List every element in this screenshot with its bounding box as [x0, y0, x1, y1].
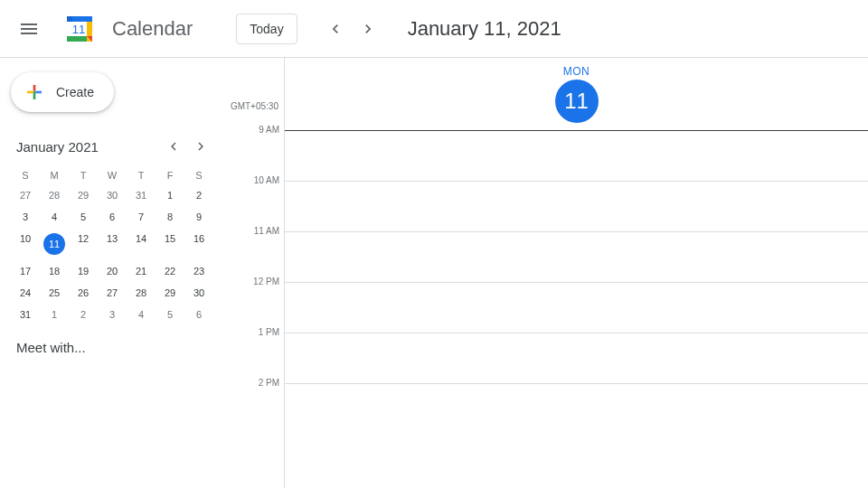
- app-title: Calendar: [112, 17, 193, 41]
- mini-day-cell[interactable]: 22: [156, 260, 184, 282]
- mini-day-cell[interactable]: 27: [98, 282, 127, 304]
- mini-day-cell[interactable]: 15: [156, 228, 184, 260]
- current-date-display: January 11, 2021: [408, 17, 561, 41]
- mini-dow-header: S: [184, 166, 213, 184]
- main-content: Create January 2021 SMTWTFS2728293031123…: [0, 58, 868, 488]
- mini-calendar-nav: [161, 134, 213, 159]
- mini-dow-header: T: [69, 166, 98, 184]
- chevron-right-icon: [359, 20, 377, 38]
- mini-day-cell[interactable]: 5: [69, 206, 98, 228]
- hour-row[interactable]: 9 AM: [285, 130, 868, 181]
- mini-day-cell[interactable]: 2: [69, 304, 98, 325]
- mini-day-cell[interactable]: 29: [69, 184, 98, 206]
- sidebar: Create January 2021 SMTWTFS2728293031123…: [0, 58, 231, 488]
- mini-day-cell[interactable]: 19: [69, 260, 98, 282]
- hour-row[interactable]: 11 AM: [285, 231, 868, 282]
- mini-day-cell[interactable]: 20: [98, 260, 127, 282]
- hour-label: 11 AM: [238, 226, 279, 236]
- day-column-header: MON 11: [285, 58, 868, 130]
- mini-day-cell[interactable]: 4: [40, 206, 69, 228]
- mini-day-cell[interactable]: 18: [40, 260, 69, 282]
- mini-dow-header: M: [40, 166, 69, 184]
- date-nav: [321, 14, 382, 43]
- mini-day-cell[interactable]: 29: [156, 282, 184, 304]
- mini-day-cell[interactable]: 3: [98, 304, 127, 325]
- mini-day-cell[interactable]: 8: [156, 206, 184, 228]
- mini-day-cell[interactable]: 6: [98, 206, 127, 228]
- chevron-left-icon: [165, 138, 182, 155]
- svg-text:11: 11: [72, 23, 85, 36]
- mini-day-cell[interactable]: 2: [184, 184, 213, 206]
- mini-day-cell[interactable]: 31: [11, 304, 40, 325]
- mini-dow-header: F: [156, 166, 184, 184]
- hour-row[interactable]: 1 PM: [285, 333, 868, 383]
- mini-day-cell[interactable]: 24: [11, 282, 40, 304]
- mini-day-cell[interactable]: 16: [184, 228, 213, 260]
- mini-day-cell[interactable]: 23: [184, 260, 213, 282]
- timezone-label: GMT+05:30: [231, 101, 278, 111]
- plus-icon: [24, 81, 45, 103]
- mini-day-cell[interactable]: 27: [11, 184, 40, 206]
- mini-day-cell[interactable]: 12: [69, 228, 98, 260]
- mini-day-cell[interactable]: 5: [156, 304, 184, 325]
- mini-day-cell[interactable]: 14: [127, 228, 156, 260]
- calendar-logo: 11: [61, 11, 98, 47]
- mini-day-cell[interactable]: 30: [98, 184, 127, 206]
- mini-next-month-button[interactable]: [188, 134, 213, 159]
- mini-day-cell[interactable]: 9: [184, 206, 213, 228]
- meet-with-label[interactable]: Meet with...: [11, 340, 213, 355]
- hour-row[interactable]: 2 PM: [285, 383, 868, 434]
- mini-day-cell[interactable]: 26: [69, 282, 98, 304]
- mini-calendar-header: January 2021: [11, 134, 213, 159]
- main-menu-button[interactable]: [7, 7, 51, 51]
- mini-dow-header: S: [11, 166, 40, 184]
- hour-grid[interactable]: 9 AM10 AM11 AM12 PM1 PM2 PM: [285, 130, 868, 434]
- hour-row[interactable]: 12 PM: [285, 282, 868, 333]
- mini-day-cell[interactable]: 1: [40, 304, 69, 325]
- hour-label: 9 AM: [238, 125, 279, 135]
- chevron-right-icon: [193, 138, 209, 155]
- mini-day-cell[interactable]: 31: [127, 184, 156, 206]
- hour-label: 10 AM: [238, 175, 279, 185]
- mini-day-cell[interactable]: 11: [40, 228, 69, 260]
- day-schedule: GMT+05:30 MON 11 9 AM10 AM11 AM12 PM1 PM…: [231, 58, 868, 488]
- create-button-label: Create: [56, 85, 94, 99]
- mini-calendar-grid: SMTWTFS272829303112345678910111213141516…: [11, 166, 213, 325]
- app-header: 11 Calendar Today January 11, 2021: [0, 0, 868, 58]
- mini-day-cell[interactable]: 30: [184, 282, 213, 304]
- mini-day-cell[interactable]: 25: [40, 282, 69, 304]
- mini-day-cell[interactable]: 13: [98, 228, 127, 260]
- mini-day-cell[interactable]: 6: [184, 304, 213, 325]
- hour-row[interactable]: 10 AM: [285, 181, 868, 231]
- mini-day-cell[interactable]: 10: [11, 228, 40, 260]
- mini-day-cell[interactable]: 7: [127, 206, 156, 228]
- day-number-circle[interactable]: 11: [555, 80, 599, 123]
- mini-day-cell[interactable]: 17: [11, 260, 40, 282]
- mini-day-cell[interactable]: 21: [127, 260, 156, 282]
- mini-dow-header: W: [98, 166, 127, 184]
- calendar-logo-icon: 11: [61, 11, 98, 47]
- mini-calendar-title: January 2021: [16, 139, 99, 155]
- mini-day-cell[interactable]: 4: [127, 304, 156, 325]
- hour-label: 2 PM: [238, 378, 279, 388]
- prev-day-button[interactable]: [321, 14, 350, 43]
- today-button[interactable]: Today: [236, 14, 297, 44]
- day-column: MON 11 9 AM10 AM11 AM12 PM1 PM2 PM: [284, 58, 868, 488]
- create-button[interactable]: Create: [11, 72, 114, 112]
- mini-day-cell[interactable]: 28: [40, 184, 69, 206]
- mini-dow-header: T: [127, 166, 156, 184]
- chevron-left-icon: [326, 20, 344, 38]
- mini-day-cell[interactable]: 1: [156, 184, 184, 206]
- next-day-button[interactable]: [354, 14, 382, 43]
- day-of-week-label: MON: [563, 65, 590, 78]
- mini-day-cell[interactable]: 3: [11, 206, 40, 228]
- mini-prev-month-button[interactable]: [161, 134, 186, 159]
- hamburger-icon: [18, 18, 40, 40]
- mini-day-cell[interactable]: 28: [127, 282, 156, 304]
- hour-label: 1 PM: [238, 327, 279, 337]
- hour-label: 12 PM: [238, 277, 279, 286]
- timezone-column: GMT+05:30: [231, 58, 284, 488]
